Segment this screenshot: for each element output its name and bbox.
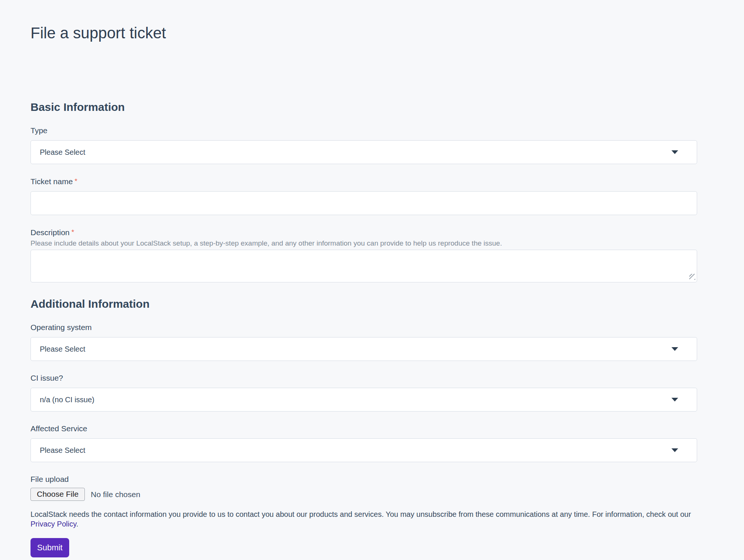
chevron-down-icon xyxy=(671,150,678,154)
type-label: Type xyxy=(31,126,697,135)
section-heading-additional-information: Additional Information xyxy=(31,297,697,310)
ticket-name-input[interactable] xyxy=(31,191,697,215)
ci-issue-select[interactable]: n/a (no CI issue) xyxy=(31,388,697,412)
file-upload-label-text: File upload xyxy=(31,475,69,483)
description-label: Description* xyxy=(31,227,697,237)
operating-system-label: Operating system xyxy=(31,323,697,332)
chevron-down-icon xyxy=(671,347,678,351)
description-textarea[interactable] xyxy=(31,250,697,282)
operating-system-select-value: Please Select xyxy=(40,345,85,353)
choose-file-button[interactable]: Choose File xyxy=(31,488,85,501)
ci-issue-label: CI issue? xyxy=(31,373,697,383)
type-select[interactable]: Please Select xyxy=(31,140,697,164)
consent-text: LocalStack needs the contact information… xyxy=(31,509,697,529)
support-ticket-page: File a support ticket Basic Information … xyxy=(0,0,744,560)
file-upload-label: File upload xyxy=(31,474,697,484)
affected-service-select[interactable]: Please Select xyxy=(31,438,697,462)
ci-issue-label-text: CI issue? xyxy=(31,374,63,382)
type-label-text: Type xyxy=(31,126,48,135)
chevron-down-icon xyxy=(671,448,678,452)
consent-text-before: LocalStack needs the contact information… xyxy=(31,510,691,518)
file-upload-status: No file chosen xyxy=(91,490,140,499)
description-label-text: Description xyxy=(31,228,70,237)
operating-system-label-text: Operating system xyxy=(31,323,92,332)
affected-service-label-text: Affected Service xyxy=(31,424,87,433)
page-title: File a support ticket xyxy=(31,24,697,42)
file-upload-row: Choose File No file chosen xyxy=(31,488,697,501)
ticket-name-label-text: Ticket name xyxy=(31,177,73,186)
section-heading-basic-information: Basic Information xyxy=(31,100,697,113)
ci-issue-select-value: n/a (no CI issue) xyxy=(40,396,94,404)
submit-button[interactable]: Submit xyxy=(31,538,69,557)
description-helper-text: Please include details about your LocalS… xyxy=(31,239,697,248)
required-asterisk: * xyxy=(71,228,74,236)
type-select-value: Please Select xyxy=(40,148,85,157)
ticket-name-label: Ticket name* xyxy=(31,176,697,186)
privacy-policy-link[interactable]: Privacy Policy xyxy=(31,520,76,528)
description-textarea-wrap xyxy=(31,250,697,282)
chevron-down-icon xyxy=(671,398,678,401)
affected-service-select-value: Please Select xyxy=(40,446,85,455)
operating-system-select[interactable]: Please Select xyxy=(31,337,697,361)
consent-text-after: . xyxy=(76,520,78,528)
required-asterisk: * xyxy=(75,177,77,185)
affected-service-label: Affected Service xyxy=(31,424,697,433)
